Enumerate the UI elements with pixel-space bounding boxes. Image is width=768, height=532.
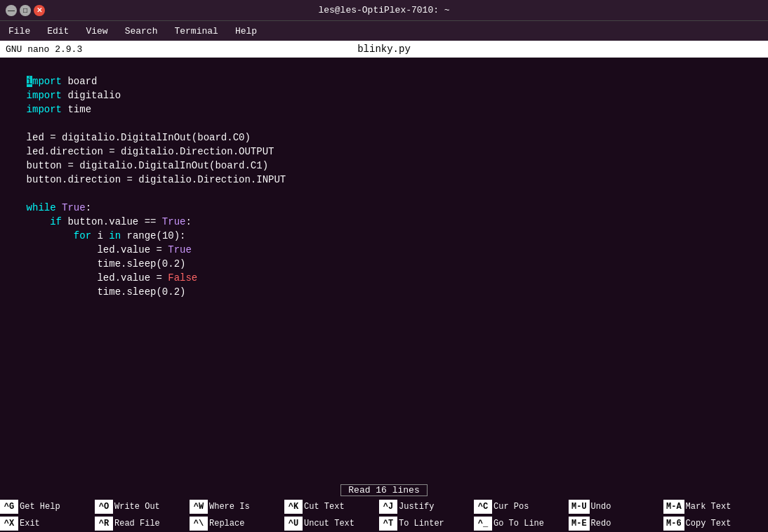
shortcut-key-x: ^X [0, 517, 18, 531]
keyword-import-3: import [27, 104, 62, 115]
shortcut-key-mu: M-U [569, 500, 590, 514]
shortcut-key-u: ^U [284, 517, 303, 531]
shortcut-to-linter[interactable]: ^T To Linter [379, 515, 474, 532]
shortcut-label-go-to-line: Go To Line [494, 519, 544, 528]
shortcut-redo[interactable]: M-E Redo [569, 515, 663, 532]
shortcut-label-justify: Justify [399, 502, 434, 512]
shortcut-label-where-is: Where Is [209, 502, 250, 512]
shortcut-key-r: ^R [95, 517, 113, 531]
shortcut-go-to-line[interactable]: ^_ Go To Line [474, 515, 569, 532]
shortcut-bar-1: ^G Get Help ^O Write Out ^W Where Is ^K … [0, 498, 768, 515]
statusbar: Read 16 lines [0, 481, 768, 498]
shortcut-key-w: ^W [190, 500, 208, 514]
shortcut-key-j: ^J [379, 500, 397, 514]
code-line-10: while True: [3, 187, 765, 201]
nano-version: GNU nano 2.9.3 [6, 44, 118, 55]
menu-terminal[interactable]: Terminal [168, 25, 223, 38]
menu-edit[interactable]: Edit [41, 25, 74, 38]
code-line-11: if button.value == True: [3, 201, 765, 215]
shortcut-where-is[interactable]: ^W Where Is [190, 498, 284, 515]
shortcut-key-underscore: ^_ [474, 517, 492, 531]
code-line-2: import digitalio [3, 74, 765, 88]
code-line-1: import board [3, 60, 765, 74]
shortcut-label-to-linter: To Linter [399, 519, 444, 528]
titlebar: — □ ✕ les@les-OptiPlex-7010: ~ [0, 0, 768, 21]
maximize-button[interactable]: □ [20, 5, 31, 16]
titlebar-title: les@les-OptiPlex-7010: ~ [48, 5, 720, 15]
shortcut-label-exit: Exit [20, 519, 40, 528]
shortcut-read-file[interactable]: ^R Read File [95, 515, 190, 532]
shortcut-key-c: ^C [474, 500, 492, 514]
shortcut-label-cur-pos: Cur Pos [494, 502, 529, 512]
shortcut-uncut-text[interactable]: ^U Uncut Text [284, 515, 379, 532]
editor[interactable]: import board import digitalio import tim… [0, 58, 768, 481]
shortcut-cur-pos[interactable]: ^C Cur Pos [474, 498, 569, 515]
code-line-4 [3, 102, 765, 117]
shortcut-label-write-out: Write Out [114, 502, 160, 512]
shortcut-key-g: ^G [0, 500, 18, 514]
shortcut-get-help[interactable]: ^G Get Help [0, 498, 95, 515]
keyword-import-1: import [27, 76, 62, 87]
shortcut-justify[interactable]: ^J Justify [379, 498, 474, 515]
minimize-button[interactable]: — [6, 5, 17, 16]
shortcut-bar-2: ^X Exit ^R Read File ^\ Replace ^U Uncut… [0, 515, 768, 532]
keyword-import-2: import [27, 90, 62, 101]
shortcut-key-m6: M-6 [663, 517, 684, 531]
shortcut-replace[interactable]: ^\ Replace [190, 515, 284, 532]
close-button[interactable]: ✕ [34, 5, 45, 16]
nano-filename: blinky.py [118, 44, 650, 55]
shortcut-label-undo: Undo [591, 502, 611, 512]
shortcut-key-k: ^K [284, 500, 303, 514]
menu-search[interactable]: Search [119, 25, 164, 38]
shortcut-key-backslash: ^\ [190, 517, 208, 531]
shortcut-mark-text[interactable]: M-A Mark Text [663, 498, 758, 515]
shortcut-key-t: ^T [379, 517, 397, 531]
shortcut-label-redo: Redo [591, 519, 611, 528]
shortcut-label-cut-text: Cut Text [304, 502, 345, 512]
shortcut-key-o: ^O [95, 500, 113, 514]
code-line-5: led = digitalio.DigitalInOut(board.C0) [3, 117, 765, 131]
shortcut-exit[interactable]: ^X Exit [0, 515, 95, 532]
shortcut-label-mark-text: Mark Text [686, 502, 731, 512]
shortcut-label-copy-text: Copy Text [686, 519, 731, 528]
shortcut-key-ma: M-A [663, 500, 684, 514]
shortcut-cut-text[interactable]: ^K Cut Text [284, 498, 379, 515]
shortcut-key-me: M-E [569, 517, 590, 531]
nano-header: GNU nano 2.9.3 blinky.py [0, 41, 768, 58]
menu-file[interactable]: File [3, 25, 36, 38]
menu-view[interactable]: View [80, 25, 113, 38]
shortcut-label-uncut-text: Uncut Text [304, 519, 355, 528]
shortcut-label-replace: Replace [209, 519, 244, 528]
status-message: Read 16 lines [340, 484, 427, 496]
shortcut-write-out[interactable]: ^O Write Out [95, 498, 190, 515]
shortcut-undo[interactable]: M-U Undo [569, 498, 663, 515]
menu-help[interactable]: Help [230, 25, 263, 38]
menubar: File Edit View Search Terminal Help [0, 21, 768, 41]
shortcut-label-get-help: Get Help [20, 502, 60, 512]
shortcut-copy-text[interactable]: M-6 Copy Text [663, 515, 758, 532]
shortcut-label-read-file: Read File [114, 519, 160, 528]
